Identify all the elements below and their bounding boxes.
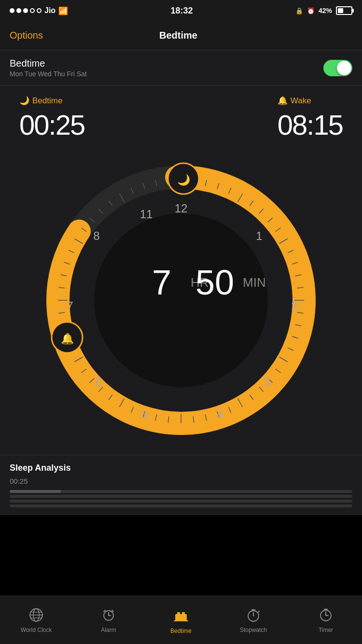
battery-percent: 42%: [319, 7, 332, 14]
bedtime-toggle-row: Bedtime Mon Tue Wed Thu Fri Sat: [0, 50, 362, 86]
svg-text:4: 4: [216, 408, 223, 421]
svg-text:11: 11: [140, 208, 153, 221]
tab-bedtime-label: Bedtime: [170, 628, 192, 634]
svg-text:6: 6: [96, 376, 102, 389]
clock-ring-svg: 12 1 2 3 4 5 6 7 8 9 10 11 7 HR 50 MIN 🌙: [41, 160, 321, 440]
svg-text:8: 8: [93, 229, 99, 242]
svg-text:50: 50: [195, 263, 234, 302]
tab-world-clock[interactable]: World Clock: [0, 607, 72, 633]
sleep-analysis-title: Sleep Analysis: [10, 463, 352, 473]
toggle-knob: [337, 61, 351, 75]
alarm-icon: [101, 607, 116, 625]
tab-timer-label: Timer: [319, 627, 333, 633]
options-button[interactable]: Options: [10, 30, 43, 41]
svg-rect-95: [182, 612, 185, 615]
lock-icon: 🔒: [295, 7, 303, 14]
battery-indicator: [336, 6, 352, 15]
svg-line-91: [104, 610, 105, 612]
tab-alarm-label: Alarm: [101, 627, 116, 633]
signal-dots: [10, 8, 42, 13]
tab-bedtime[interactable]: Bedtime: [145, 606, 217, 634]
nav-title: Bedtime: [159, 30, 197, 41]
sleep-analysis-section: Sleep Analysis 00:25: [0, 455, 362, 515]
nav-bar: Options Bedtime: [0, 21, 362, 50]
svg-text:🔔: 🔔: [61, 332, 74, 345]
wake-time-value: 08:15: [278, 109, 343, 141]
status-right: 🔒 ⏰ 42%: [295, 6, 352, 15]
bell-icon: 🔔: [278, 96, 288, 106]
bedtime-toggle[interactable]: [323, 60, 352, 76]
carrier-name: Jio: [44, 6, 56, 15]
status-left: Jio 📶: [10, 6, 68, 15]
times-row: 🌙 Bedtime 00:25 🔔 Wake 08:15: [0, 86, 362, 151]
tab-bar: World Clock Alarm Bedtime: [0, 596, 362, 644]
svg-text:7: 7: [67, 299, 73, 312]
svg-text:5: 5: [141, 408, 148, 421]
svg-text:1: 1: [256, 229, 262, 242]
status-bar: Jio 📶 18:32 🔒 ⏰ 42%: [0, 0, 362, 21]
svg-text:7: 7: [152, 263, 171, 302]
sleep-bar-4: [10, 504, 352, 507]
world-clock-icon: [28, 607, 44, 625]
tab-world-clock-label: World Clock: [21, 627, 52, 633]
wifi-icon: 📶: [58, 6, 68, 15]
sleep-analysis-time: 00:25: [10, 477, 352, 485]
wake-time-block[interactable]: 🔔 Wake 08:15: [278, 96, 343, 141]
sleep-bar-1: [10, 490, 352, 493]
svg-text:2: 2: [291, 299, 297, 312]
bedtime-time-label: 🌙 Bedtime: [19, 96, 84, 106]
moon-icon: 🌙: [19, 96, 29, 106]
bedtime-icon: [172, 606, 190, 626]
bedtime-time-block[interactable]: 🌙 Bedtime 00:25: [19, 96, 84, 141]
svg-text:3: 3: [264, 376, 270, 389]
bedtime-time-value: 00:25: [19, 109, 84, 141]
svg-rect-93: [175, 614, 187, 621]
svg-text:MIN: MIN: [243, 275, 266, 290]
svg-text:12: 12: [175, 202, 188, 215]
tab-alarm[interactable]: Alarm: [72, 607, 145, 633]
sleep-bars: [10, 490, 352, 507]
svg-line-101: [258, 611, 259, 612]
clock-section: 12 1 2 3 4 5 6 7 8 9 10 11 7 HR 50 MIN 🌙: [0, 151, 362, 455]
sleep-bar-3: [10, 500, 352, 503]
tab-stopwatch-label: Stopwatch: [240, 627, 267, 633]
clock-container[interactable]: 12 1 2 3 4 5 6 7 8 9 10 11 7 HR 50 MIN 🌙: [41, 160, 321, 440]
svg-rect-94: [177, 612, 180, 615]
status-time: 18:32: [171, 6, 193, 16]
svg-text:🌙: 🌙: [177, 173, 191, 186]
tab-stopwatch[interactable]: Stopwatch: [217, 607, 290, 633]
stopwatch-icon: [246, 607, 261, 625]
timer-icon: [318, 607, 334, 625]
svg-point-74: [94, 213, 268, 387]
bedtime-label-group: Bedtime Mon Tue Wed Thu Fri Sat: [10, 58, 87, 78]
bedtime-days: Mon Tue Wed Thu Fri Sat: [10, 70, 87, 78]
sleep-bar-2: [10, 495, 352, 498]
bedtime-row-label: Bedtime: [10, 58, 87, 69]
svg-line-92: [112, 610, 113, 612]
alarm-status-icon: ⏰: [307, 7, 315, 14]
wake-time-label: 🔔 Wake: [278, 96, 343, 106]
tab-timer[interactable]: Timer: [290, 607, 362, 633]
